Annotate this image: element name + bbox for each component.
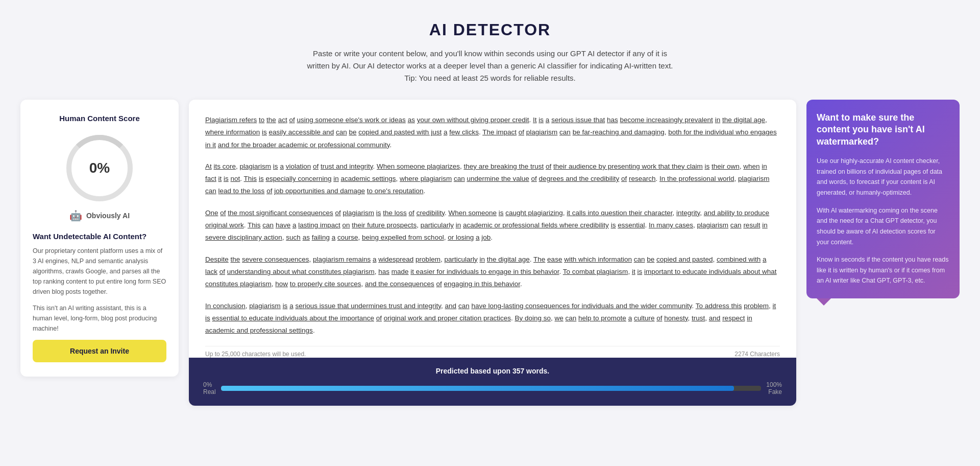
score-circle: 0% xyxy=(66,135,133,201)
want-undetectable-title: Want Undetectable AI Content? xyxy=(33,232,166,241)
score-title: Human Content Score xyxy=(33,114,166,123)
score-circle-wrapper: 0% xyxy=(33,135,166,201)
paragraph-2: At its core, plagiarism is a violation o… xyxy=(205,160,780,198)
progress-label: Predicted based upon 357 words. xyxy=(203,367,782,375)
fake-pct: 100% xyxy=(766,381,782,388)
score-value: 0% xyxy=(89,160,110,176)
page-title: AI DETECTOR xyxy=(10,20,970,39)
main-layout: Human Content Score 0% 🤖 Obviously AI Wa… xyxy=(0,100,980,426)
page-header: AI DETECTOR Paste or write your content … xyxy=(0,0,980,100)
watermark-para3: Know in seconds if the content you have … xyxy=(817,254,949,286)
real-label: Real xyxy=(203,388,216,395)
left-panel: Human Content Score 0% 🤖 Obviously AI Wa… xyxy=(20,100,179,377)
watermark-para1: Use our highly-accurate AI content check… xyxy=(817,156,949,198)
progress-left-pct: 0% Real xyxy=(203,381,216,395)
watermark-para2: With AI watermarking coming on the scene… xyxy=(817,205,949,248)
footer-right: 2274 Characters xyxy=(734,351,780,358)
ai-label: 🤖 Obviously AI xyxy=(33,209,166,222)
content-footer: Up to 25,000 characters will be used. 22… xyxy=(205,346,780,358)
right-panel: Want to make sure the content you have i… xyxy=(806,100,960,298)
progress-bar-fill xyxy=(221,386,734,391)
progress-label-text: Predicted based upon xyxy=(436,367,510,375)
progress-bar-wrapper: 0% Real 100% Fake xyxy=(203,381,782,395)
fake-label: Fake xyxy=(766,388,782,395)
real-pct: 0% xyxy=(203,381,216,388)
paragraph-1: Plagiarism refers to the act of using so… xyxy=(205,114,780,151)
footer-left: Up to 25,000 characters will be used. xyxy=(205,351,306,358)
ai-label-text: Obviously AI xyxy=(86,212,130,220)
progress-right-pct: 100% Fake xyxy=(766,381,782,395)
robot-icon: 🤖 xyxy=(69,209,82,222)
progress-section: Predicted based upon 357 words. 0% Real … xyxy=(189,358,796,406)
paragraph-3: One of the most significant consequences… xyxy=(205,207,780,244)
progress-words-bold: 357 words. xyxy=(512,367,549,375)
progress-bar-bg xyxy=(221,386,762,391)
watermark-title: Want to make sure the content you have i… xyxy=(817,112,949,148)
desc2: This isn't an AI writing assistant, this… xyxy=(33,303,166,334)
paragraph-4: Despite the severe consequences, plagiar… xyxy=(205,253,780,291)
center-panel: Plagiarism refers to the act of using so… xyxy=(189,100,796,406)
paragraph-5: In conclusion, plagiarism is a serious i… xyxy=(205,300,780,337)
header-description: Paste or write your content below, and y… xyxy=(306,48,674,84)
request-invite-button[interactable]: Request an Invite xyxy=(33,340,166,362)
content-text: Plagiarism refers to the act of using so… xyxy=(205,114,780,337)
desc1: Our proprietary content platform uses a … xyxy=(33,246,166,297)
watermark-card: Want to make sure the content you have i… xyxy=(806,100,960,298)
